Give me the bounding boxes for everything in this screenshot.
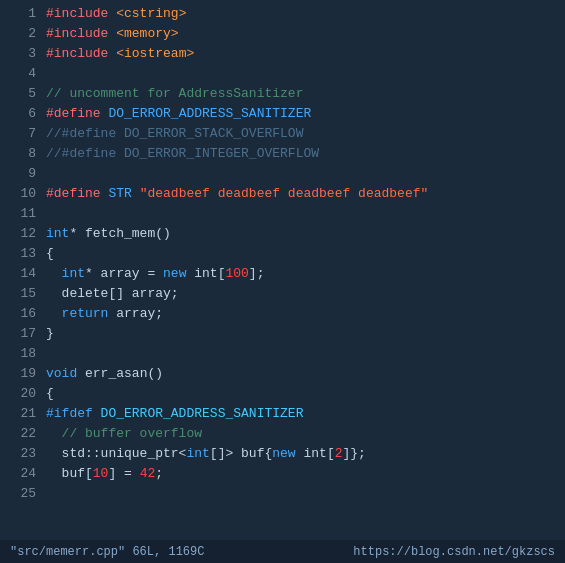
code-line: 4: [0, 64, 565, 84]
line-number: 12: [8, 224, 36, 244]
code-token: new: [272, 446, 295, 461]
code-token: // buffer overflow: [46, 426, 202, 441]
code-token: #ifdef: [46, 406, 101, 421]
code-line: 19void err_asan(): [0, 364, 565, 384]
code-line: 8//#define DO_ERROR_INTEGER_OVERFLOW: [0, 144, 565, 164]
code-token: delete[] array;: [46, 286, 179, 301]
line-number: 18: [8, 344, 36, 364]
code-token: new: [163, 266, 186, 281]
line-content: #include <memory>: [46, 24, 557, 44]
code-token: int[: [186, 266, 225, 281]
code-line: 17}: [0, 324, 565, 344]
line-number: 13: [8, 244, 36, 264]
code-token: <iostream>: [116, 46, 194, 61]
code-token: {: [46, 386, 54, 401]
code-token: #include: [46, 26, 116, 41]
code-token: std::unique_ptr<: [46, 446, 186, 461]
code-token: int: [46, 226, 69, 241]
line-content: // uncomment for AddressSanitizer: [46, 84, 557, 104]
line-content: std::unique_ptr<int[]> buf{new int[2]};: [46, 444, 557, 464]
code-token: 2: [335, 446, 343, 461]
code-line: 11: [0, 204, 565, 224]
code-token: int: [186, 446, 209, 461]
code-line: 3#include <iostream>: [0, 44, 565, 64]
line-content: //#define DO_ERROR_STACK_OVERFLOW: [46, 124, 557, 144]
line-number: 9: [8, 164, 36, 184]
code-token: // uncomment for AddressSanitizer: [46, 86, 303, 101]
code-token: 10: [93, 466, 109, 481]
code-token: [46, 266, 62, 281]
code-line: 20{: [0, 384, 565, 404]
code-token: //#define DO_ERROR_STACK_OVERFLOW: [46, 126, 303, 141]
code-token: ;: [155, 466, 163, 481]
code-line: 14 int* array = new int[100];: [0, 264, 565, 284]
code-editor: 1#include <cstring>2#include <memory>3#i…: [0, 0, 565, 540]
code-line: 6#define DO_ERROR_ADDRESS_SANITIZER: [0, 104, 565, 124]
line-number: 1: [8, 4, 36, 24]
code-token: int: [62, 266, 85, 281]
line-number: 5: [8, 84, 36, 104]
line-number: 19: [8, 364, 36, 384]
line-content: [46, 164, 557, 184]
code-token: err_asan(): [77, 366, 163, 381]
line-number: 16: [8, 304, 36, 324]
code-token: ] =: [108, 466, 139, 481]
code-token: void: [46, 366, 77, 381]
code-token: * array =: [85, 266, 163, 281]
line-content: void err_asan(): [46, 364, 557, 384]
line-number: 6: [8, 104, 36, 124]
line-content: int* array = new int[100];: [46, 264, 557, 284]
code-token: ];: [249, 266, 265, 281]
line-number: 4: [8, 64, 36, 84]
line-content: // buffer overflow: [46, 424, 557, 444]
code-token: []> buf{: [210, 446, 272, 461]
line-number: 11: [8, 204, 36, 224]
code-token: //#define DO_ERROR_INTEGER_OVERFLOW: [46, 146, 319, 161]
code-line: 18: [0, 344, 565, 364]
code-token: STR: [108, 186, 139, 201]
status-bar: "src/memerr.cpp" 66L, 1169C https://blog…: [0, 540, 565, 563]
line-content: {: [46, 384, 557, 404]
code-token: * fetch_mem(): [69, 226, 170, 241]
code-token: "deadbeef deadbeef deadbeef deadbeef": [140, 186, 429, 201]
line-number: 17: [8, 324, 36, 344]
code-line: 2#include <memory>: [0, 24, 565, 44]
line-number: 10: [8, 184, 36, 204]
line-content: [46, 64, 557, 84]
line-number: 22: [8, 424, 36, 444]
code-line: 15 delete[] array;: [0, 284, 565, 304]
line-number: 3: [8, 44, 36, 64]
status-file-info: "src/memerr.cpp" 66L, 1169C: [10, 545, 204, 559]
code-token: DO_ERROR_ADDRESS_SANITIZER: [108, 106, 311, 121]
line-content: buf[10] = 42;: [46, 464, 557, 484]
line-content: return array;: [46, 304, 557, 324]
code-line: 1#include <cstring>: [0, 4, 565, 24]
code-line: 12int* fetch_mem(): [0, 224, 565, 244]
code-line: 23 std::unique_ptr<int[]> buf{new int[2]…: [0, 444, 565, 464]
line-content: [46, 344, 557, 364]
line-content: #ifdef DO_ERROR_ADDRESS_SANITIZER: [46, 404, 557, 424]
code-token: DO_ERROR_ADDRESS_SANITIZER: [101, 406, 304, 421]
code-token: [46, 306, 62, 321]
line-number: 2: [8, 24, 36, 44]
code-token: 42: [140, 466, 156, 481]
code-line: 16 return array;: [0, 304, 565, 324]
code-token: <memory>: [116, 26, 178, 41]
line-content: #include <cstring>: [46, 4, 557, 24]
code-line: 5// uncomment for AddressSanitizer: [0, 84, 565, 104]
line-number: 25: [8, 484, 36, 504]
code-line: 24 buf[10] = 42;: [0, 464, 565, 484]
code-token: }: [46, 326, 54, 341]
code-token: return: [62, 306, 109, 321]
code-token: ]};: [343, 446, 366, 461]
code-token: array;: [108, 306, 163, 321]
line-content: #define DO_ERROR_ADDRESS_SANITIZER: [46, 104, 557, 124]
status-url: https://blog.csdn.net/gkzscs: [353, 545, 555, 559]
line-number: 14: [8, 264, 36, 284]
line-number: 24: [8, 464, 36, 484]
line-content: [46, 484, 557, 504]
line-content: #define STR "deadbeef deadbeef deadbeef …: [46, 184, 557, 204]
code-token: {: [46, 246, 54, 261]
line-number: 7: [8, 124, 36, 144]
code-token: #include: [46, 6, 116, 21]
